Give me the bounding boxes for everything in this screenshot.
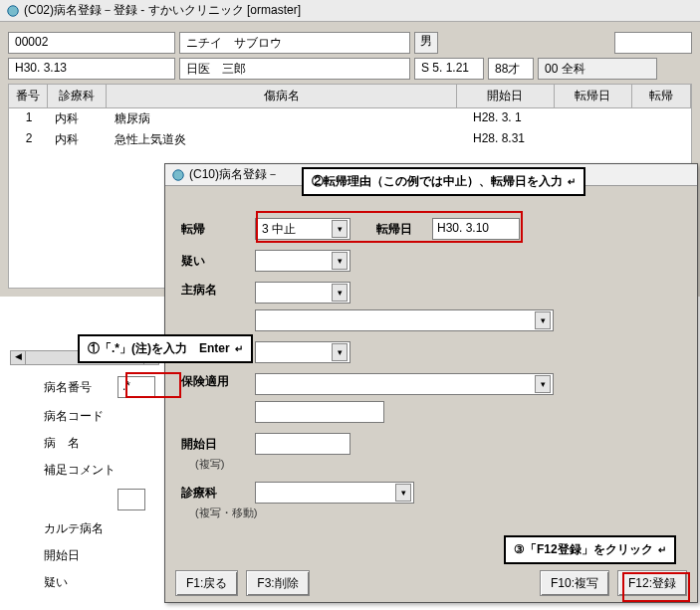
start-input[interactable] [255,433,350,455]
highlight-input-1 [125,372,181,398]
cell-dept: 内科 [49,129,109,150]
age-input: 88才 [488,58,534,80]
patient-name-kana: ニチイ サブロウ [179,32,410,54]
col-name[interactable]: 傷病名 [107,85,457,107]
chevron-down-icon: ▾ [332,343,348,361]
cell-num: 2 [9,129,49,150]
disease-no-label: 病名番号 [44,379,117,396]
start-sub: (複写) [175,457,255,472]
utagai-select[interactable]: ▾ [255,250,350,272]
dob-input[interactable]: H30. 3.13 [8,58,175,80]
dept-select[interactable]: ▾ [255,482,414,504]
tenki-label: 転帰 [175,221,255,238]
col-num[interactable]: 番号 [9,85,48,107]
table-row[interactable]: 2 内科 急性上気道炎 H28. 8.31 [9,129,691,150]
table-row[interactable]: 1 内科 糖尿病 H28. 3. 1 [9,108,691,129]
highlight-f12 [622,572,690,602]
sdate-label: 開始日 [44,547,117,564]
hoken-label: 保険適用 [175,373,255,390]
sex-button[interactable]: 男 [414,32,438,54]
hoken-input[interactable] [255,401,384,423]
cell-name: 糖尿病 [109,108,467,129]
chevron-down-icon: ▾ [332,284,348,302]
utagai-label: 疑い [44,574,117,591]
dept-label: 診療科 [175,485,255,502]
dept-dropdown[interactable]: 00 全科 [538,58,657,80]
first-visit-input: S 5. 1.21 [414,58,484,80]
disease-code-label: 病名コード [44,408,117,425]
hoken-select[interactable]: ▾ [255,373,554,395]
chevron-down-icon: ▾ [535,311,551,329]
app-icon [6,4,20,18]
button-bar: F1:戻る F3:削除 F10:複写 F12:登録 [175,570,687,596]
app-icon [171,168,185,182]
f1-back-button[interactable]: F1:戻る [175,570,238,596]
main-disease-select2[interactable]: ▾ [255,309,554,331]
main-disease-select[interactable]: ▾ [255,282,350,304]
sub-title: (C10)病名登録－ [189,166,279,183]
patient-number-input[interactable]: 00002 [8,32,175,54]
col-tk[interactable]: 転帰 [632,85,691,107]
dept-sub: (複写・移動) [175,506,285,520]
callout-1: ①「.*」(注)を入力 Enter [78,334,253,363]
cell-sdate: H28. 3. 1 [467,108,567,129]
start-label: 開始日 [175,436,255,453]
main-disease-label: 主病名 [175,282,255,299]
nyugai-select[interactable]: ▾ [255,341,350,363]
f10-copy-button[interactable]: F10:複写 [540,570,609,596]
callout-2: ②転帰理由（この例では中止）、転帰日を入力 [302,167,585,196]
utagai-label2: 疑い [175,253,255,270]
chevron-down-icon: ▾ [332,252,348,270]
doctor-input[interactable]: 日医 三郎 [179,58,410,80]
disease-label: 病 名 [44,435,117,452]
col-sdate[interactable]: 開始日 [457,85,555,107]
f3-delete-button[interactable]: F3:削除 [246,570,309,596]
left-form: 病名番号 .* 病名コード 病 名 補足コメント カルテ病名 開始日 疑い [44,376,155,601]
comment-input[interactable] [117,489,145,510]
svg-point-0 [8,5,19,16]
chevron-down-icon: ▾ [535,375,551,393]
comment-label: 補足コメント [44,462,117,479]
unknown-top-input[interactable] [614,32,692,54]
highlight-tenki [256,211,523,243]
main-titlebar: (C02)病名登録－登録 - すかいクリニック [ormaster] [0,0,700,22]
karte-label: カルテ病名 [44,520,117,537]
cell-num: 1 [9,108,49,129]
cell-name: 急性上気道炎 [109,129,467,150]
callout-3: ③「F12登録」をクリック [504,535,676,564]
col-dept[interactable]: 診療科 [48,85,107,107]
chevron-down-icon: ▾ [395,484,411,502]
cell-dept: 内科 [49,108,109,129]
col-edate[interactable]: 転帰日 [555,85,632,107]
cell-sdate: H28. 8.31 [467,129,567,150]
svg-point-1 [173,169,184,180]
main-title: (C02)病名登録－登録 - すかいクリニック [ormaster] [24,2,301,19]
